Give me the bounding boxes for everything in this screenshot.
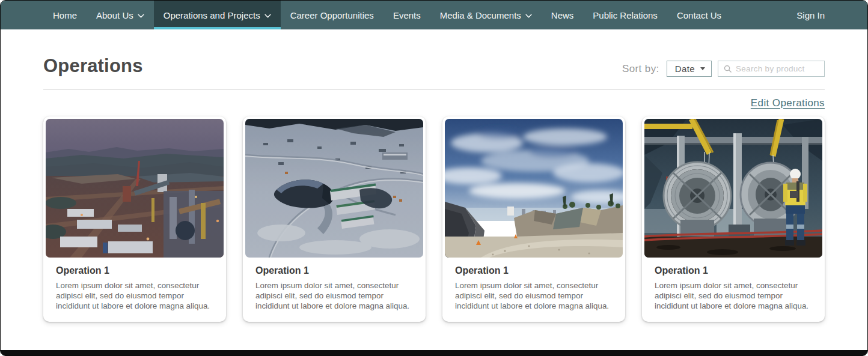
operation-card-image-quarry-under-blue-sky [445, 119, 623, 258]
nav-label: Contact Us [677, 10, 721, 20]
sign-in-button[interactable]: Sign In [787, 1, 825, 29]
operation-card-body: Operation 1 Lorem ipsum dolor sit amet, … [245, 258, 423, 322]
nav-item-contact-us[interactable]: Contact Us [667, 1, 731, 29]
operation-card-image-snowy-open-pit-aerial [245, 119, 423, 258]
edit-operations-link[interactable]: Edit Operations [751, 97, 825, 109]
operation-card[interactable]: Operation 1 Lorem ipsum dolor sit amet, … [642, 116, 825, 322]
sort-dropdown-value: Date [675, 64, 695, 74]
operation-card-body: Operation 1 Lorem ipsum dolor sit amet, … [445, 258, 623, 322]
operation-card-title: Operation 1 [255, 265, 413, 276]
operation-card-title: Operation 1 [655, 265, 812, 276]
edit-row: Edit Operations [43, 89, 825, 116]
operation-card-description: Lorem ipsum dolor sit amet, consectetur … [455, 280, 613, 311]
operation-card-image-underground-ventilation-fans [644, 119, 822, 258]
page-header: Operations Sort by: Date [43, 29, 825, 89]
browser-page: Home About Us Operations and Projects Ca… [0, 0, 868, 356]
nav-item-about-us[interactable]: About Us [87, 1, 154, 29]
nav-item-operations-and-projects[interactable]: Operations and Projects [154, 1, 281, 29]
list-controls: Sort by: Date [622, 61, 825, 77]
nav-label: Events [393, 10, 421, 20]
nav-label: Public Relations [593, 10, 658, 20]
nav-label: Career Opportunities [290, 10, 374, 20]
nav-label: About Us [96, 10, 133, 20]
main-content: Operations Sort by: Date Edit Operations [1, 29, 867, 350]
nav-label: Media & Documents [440, 10, 521, 20]
chevron-down-icon [264, 14, 271, 18]
operation-card[interactable]: Operation 1 Lorem ipsum dolor sit amet, … [442, 116, 625, 322]
operation-card[interactable]: Operation 1 Lorem ipsum dolor sit amet, … [243, 116, 426, 322]
main-navigation: Home About Us Operations and Projects Ca… [1, 1, 867, 29]
nav-label: News [551, 10, 574, 20]
sort-dropdown[interactable]: Date [667, 61, 712, 77]
operation-card-description: Lorem ipsum dolor sit amet, consectetur … [255, 280, 413, 311]
nav-label: Operations and Projects [164, 10, 260, 20]
operation-card-title: Operation 1 [455, 265, 613, 276]
operation-card[interactable]: Operation 1 Lorem ipsum dolor sit amet, … [43, 116, 226, 322]
operation-card-title: Operation 1 [56, 265, 213, 276]
nav-item-career-opportunities[interactable]: Career Opportunities [281, 1, 384, 29]
operations-card-grid: Operation 1 Lorem ipsum dolor sit amet, … [43, 116, 825, 322]
operation-card-description: Lorem ipsum dolor sit amet, consectetur … [56, 280, 213, 311]
nav-item-news[interactable]: News [542, 1, 584, 29]
search-input[interactable] [736, 64, 819, 73]
operation-card-body: Operation 1 Lorem ipsum dolor sit amet, … [644, 258, 822, 322]
nav-item-media-documents[interactable]: Media & Documents [430, 1, 542, 29]
nav-item-public-relations[interactable]: Public Relations [583, 1, 667, 29]
nav-label: Home [53, 10, 77, 20]
footer-strip [1, 350, 867, 355]
nav-item-home[interactable]: Home [43, 1, 87, 29]
operation-card-body: Operation 1 Lorem ipsum dolor sit amet, … [46, 258, 224, 322]
operation-card-description: Lorem ipsum dolor sit amet, consectetur … [655, 280, 812, 311]
chevron-down-icon [525, 14, 532, 18]
sign-in-label: Sign In [796, 10, 825, 20]
page-title: Operations [43, 55, 143, 77]
chevron-down-icon [138, 14, 144, 18]
nav-item-events[interactable]: Events [384, 1, 430, 29]
search-box [718, 61, 825, 77]
sort-by-label: Sort by: [622, 63, 659, 75]
search-icon [724, 65, 732, 73]
caret-down-icon [700, 67, 705, 70]
operation-card-image-dusk-mine-site-aerial [46, 119, 224, 258]
